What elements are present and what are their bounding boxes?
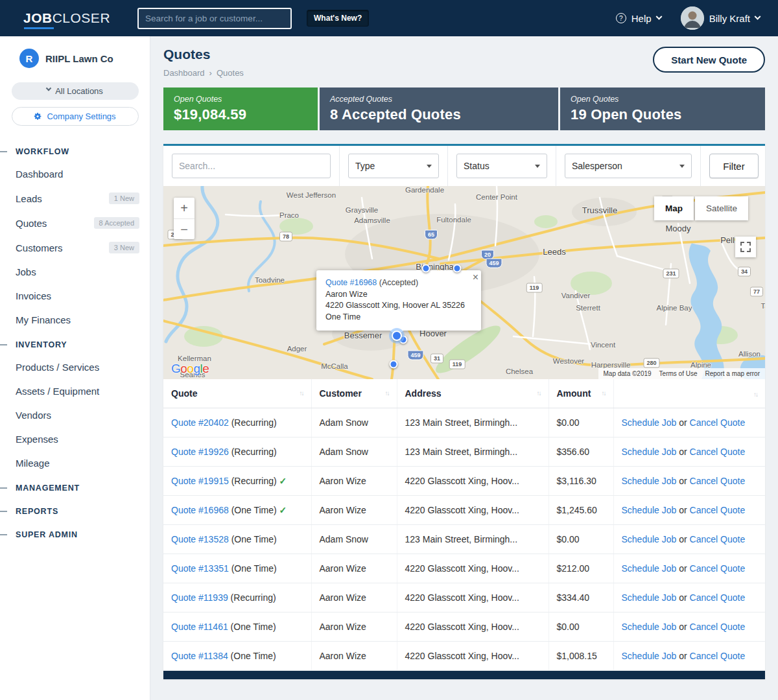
- quote-cell: Quote #11939 (Recurring): [163, 583, 311, 612]
- address-cell: 123 Main Street, Birmingh...: [397, 438, 548, 467]
- sidebar-item-dashboard[interactable]: Dashboard: [0, 162, 150, 186]
- sidebar-item-assets-equipment[interactable]: Assets / Equipment: [0, 379, 150, 403]
- terms-of-use-link[interactable]: Terms of Use: [659, 370, 698, 377]
- route-shield: 77: [750, 287, 763, 297]
- stat-label: Open Quotes: [571, 95, 755, 104]
- select-arrow-icon: [427, 165, 432, 168]
- company-settings-button[interactable]: Company Settings: [12, 107, 139, 126]
- sidebar-item-jobs[interactable]: Jobs: [0, 260, 150, 284]
- quote-type: (One Time): [229, 505, 277, 515]
- cancel-quote-link[interactable]: Cancel Quote: [690, 563, 746, 574]
- map-info-window: × Quote #16968 (Accepted) Aaron Wize 422…: [316, 270, 481, 331]
- sidebar-item-expenses[interactable]: Expenses: [0, 427, 150, 451]
- route-shield: 231: [663, 269, 679, 279]
- zoom-in-button[interactable]: +: [174, 198, 194, 218]
- customer-cell: Aaron Wize: [311, 642, 397, 671]
- type-select[interactable]: Type: [348, 154, 439, 178]
- cancel-quote-link[interactable]: Cancel Quote: [690, 476, 746, 486]
- whats-new-button[interactable]: What's New?: [307, 10, 369, 27]
- all-locations-dropdown[interactable]: All Locations: [12, 82, 139, 100]
- cancel-quote-link[interactable]: Cancel Quote: [690, 651, 746, 661]
- schedule-job-link[interactable]: Schedule Job: [622, 622, 677, 632]
- map-marker[interactable]: [392, 331, 402, 341]
- quote-link[interactable]: Quote #20402: [171, 417, 229, 428]
- cancel-quote-link[interactable]: Cancel Quote: [690, 447, 746, 457]
- close-icon[interactable]: ×: [473, 272, 478, 283]
- cancel-quote-link[interactable]: Cancel Quote: [690, 534, 746, 544]
- map-marker[interactable]: [422, 264, 430, 273]
- quote-link[interactable]: Quote #13528: [171, 534, 229, 544]
- quote-link[interactable]: Quote #11461: [171, 622, 228, 632]
- column-header-actions[interactable]: ↑↓: [613, 379, 765, 408]
- map-label: Moody: [665, 224, 690, 233]
- map-canvas[interactable]: + − Map Satellite × Quote #16968 (Accept…: [163, 186, 765, 379]
- cancel-quote-link[interactable]: Cancel Quote: [690, 622, 746, 632]
- actions-cell: Schedule Job or Cancel Quote: [613, 438, 765, 467]
- map-marker[interactable]: [453, 264, 462, 273]
- sort-icon[interactable]: ↑↓: [537, 390, 541, 397]
- map-marker[interactable]: [390, 360, 398, 369]
- breadcrumb-dashboard-link[interactable]: Dashboard: [163, 68, 205, 78]
- type-select-value: Type: [355, 161, 375, 171]
- cancel-quote-link[interactable]: Cancel Quote: [690, 592, 746, 603]
- cancel-quote-link[interactable]: Cancel Quote: [690, 417, 746, 428]
- help-menu[interactable]: ? Help: [616, 13, 661, 24]
- schedule-job-link[interactable]: Schedule Job: [622, 505, 677, 515]
- route-shield: 119: [449, 360, 466, 369]
- sidebar-item-my-finances[interactable]: My Finances: [0, 308, 150, 332]
- sidebar-item-invoices[interactable]: Invoices: [0, 284, 150, 308]
- sidebar-item-label: Jobs: [16, 266, 36, 277]
- column-header-amount[interactable]: Amount↑↓: [548, 379, 613, 408]
- schedule-job-link[interactable]: Schedule Job: [622, 534, 677, 544]
- sidebar-item-customers[interactable]: Customers3 New: [0, 235, 150, 260]
- quote-link[interactable]: Quote #16968: [171, 505, 229, 515]
- status-select[interactable]: Status: [456, 154, 547, 178]
- sort-icon[interactable]: ↑↓: [602, 390, 606, 397]
- sort-icon[interactable]: ↑↓: [385, 390, 389, 397]
- sort-icon[interactable]: ↑↓: [300, 390, 303, 397]
- schedule-job-link[interactable]: Schedule Job: [622, 417, 677, 428]
- info-window-address: 4220 Glasscott Xing, Hoover AL 35226: [325, 300, 472, 312]
- schedule-job-link[interactable]: Schedule Job: [622, 447, 677, 457]
- global-search-input[interactable]: [137, 8, 292, 29]
- sidebar-item-leads[interactable]: Leads1 New: [0, 186, 150, 211]
- sidebar-item-mileage[interactable]: Mileage: [0, 451, 150, 475]
- fullscreen-button[interactable]: [735, 237, 756, 257]
- column-header-address[interactable]: Address↑↓: [397, 379, 548, 408]
- user-menu[interactable]: Billy Kraft: [681, 6, 760, 30]
- sidebar-item-vendors[interactable]: Vendors: [0, 403, 150, 427]
- quote-type: (Recurring): [229, 447, 277, 457]
- column-header-customer[interactable]: Customer↑↓: [311, 379, 397, 408]
- topbar-right: ? Help Billy Kraft: [616, 6, 760, 30]
- map-type-satellite-button[interactable]: Satellite: [695, 196, 748, 220]
- report-map-error-link[interactable]: Report a map error: [705, 370, 760, 377]
- column-header-quote[interactable]: Quote↑↓: [163, 379, 311, 408]
- app-logo[interactable]: JOBCLOSER: [23, 10, 110, 26]
- map-type-map-button[interactable]: Map: [654, 196, 694, 220]
- quote-link[interactable]: Quote #13351: [171, 563, 229, 574]
- schedule-job-link[interactable]: Schedule Job: [622, 651, 677, 661]
- sidebar-item-quotes[interactable]: Quotes8 Accepted: [0, 211, 150, 235]
- zoom-out-button[interactable]: −: [174, 218, 194, 239]
- salesperson-select[interactable]: Salesperson: [565, 154, 692, 178]
- quote-link[interactable]: Quote #11939: [171, 592, 228, 603]
- sort-icon[interactable]: ↑↓: [753, 391, 757, 398]
- quote-link[interactable]: Quote #11384: [171, 651, 228, 661]
- sidebar-item-products-services[interactable]: Products / Services: [0, 355, 150, 379]
- map-label: Adger: [287, 345, 307, 353]
- schedule-job-link[interactable]: Schedule Job: [622, 592, 677, 603]
- quote-cell: Quote #16968 (One Time) ✓: [163, 496, 311, 525]
- quote-link[interactable]: Quote #19926: [171, 447, 229, 457]
- schedule-job-link[interactable]: Schedule Job: [622, 476, 677, 486]
- info-window-customer: Aaron Wize: [325, 289, 472, 301]
- quotes-search-input[interactable]: [172, 154, 331, 178]
- map-label: Talladega: [760, 302, 765, 310]
- start-new-quote-button[interactable]: Start New Quote: [653, 47, 765, 73]
- google-logo[interactable]: Google: [171, 362, 209, 376]
- cancel-quote-link[interactable]: Cancel Quote: [690, 505, 746, 515]
- filter-button[interactable]: Filter: [709, 154, 759, 178]
- quote-link[interactable]: Quote #19915: [171, 476, 229, 486]
- amount-cell: $0.00: [548, 525, 613, 554]
- schedule-job-link[interactable]: Schedule Job: [622, 563, 677, 574]
- info-window-quote-link[interactable]: Quote #16968: [325, 278, 377, 287]
